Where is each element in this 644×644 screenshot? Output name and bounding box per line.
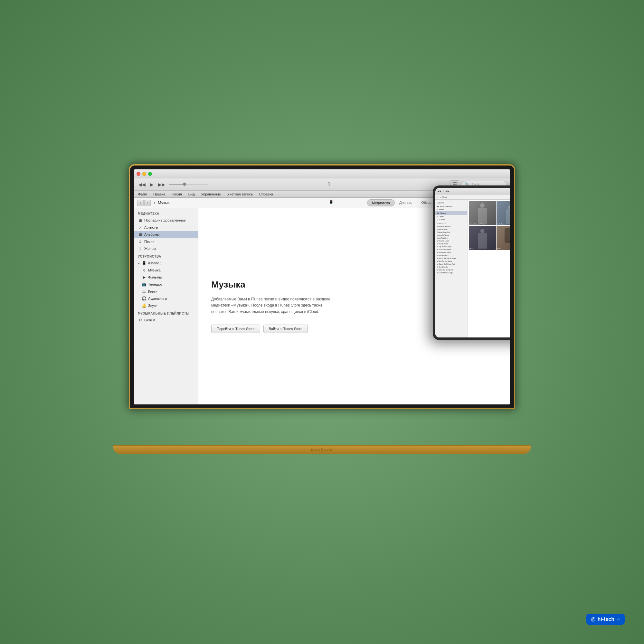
sidebar: Медиатека ▦ Последние добавленные ♪ Арти… — [134, 208, 198, 404]
sidebar-item-iphone-music[interactable]: ♫ Музыка — [134, 267, 198, 274]
ipad-coldplay[interactable]: Coldplay: Deep Cuts — [435, 231, 467, 234]
sidebar-item-recent[interactable]: ▦ Последние добавленные — [134, 217, 198, 224]
ipad-top25[interactable]: ⊕ Top 25 Most Played — [435, 245, 467, 248]
ipad-recently-added[interactable]: ▦Recently Added — [435, 204, 467, 208]
ipad-album-title-1: Always Strive and Prosper — [469, 223, 486, 225]
ipad-apple-music-playlists[interactable]: Apple Music Playlists — [435, 225, 467, 228]
sidebar-item-albums[interactable]: ▦ Альбомы — [134, 231, 198, 238]
content-description: Добавляемые Вами в iTunes песни и видео … — [211, 296, 334, 315]
ipad-ff-button[interactable]: ▶▶ — [446, 190, 450, 193]
ipad-album-title-2: In Our Nature — [497, 223, 506, 225]
goto-itunes-store-button[interactable]: Перейти в iTunes Store — [211, 325, 260, 333]
sidebar-iphone-tones-label: Звуки — [148, 304, 157, 308]
nav-back-button[interactable]: ‹ — [137, 200, 144, 206]
minimize-button[interactable] — [142, 172, 146, 176]
sidebar-recent-label: Последние добавленные — [144, 218, 186, 222]
ipad-classic-rock[interactable]: ⊕ Classic Rock Dinner Party — [435, 263, 467, 266]
menu-file[interactable]: Файл — [137, 192, 148, 196]
ipad-albums[interactable]: ▦Albums — [435, 211, 467, 215]
ipad-workout[interactable]: ⊕ Best Workout Songs — [435, 260, 467, 263]
ipad-albums-grid: Always Strive and Prosper — [468, 200, 510, 251]
ipad-inspired[interactable]: Inspired by Weezer — [435, 234, 467, 237]
sidebar-section-devices: Устройства — [134, 252, 198, 260]
ipad-glam-rock[interactable]: ⊕ 90s Glam Rock — [435, 254, 467, 257]
ipad-nav: ⊕ ♪ Music — [435, 194, 510, 200]
menu-control[interactable]: Управление — [200, 192, 222, 196]
tab-foryou[interactable]: Для вас — [395, 199, 417, 206]
sidebar-albums-label: Альбомы — [144, 232, 159, 236]
genius-icon: ⚙ — [138, 318, 142, 322]
ipad-songs[interactable]: ♫Songs — [435, 215, 467, 218]
genre-icon: ||| — [138, 246, 142, 251]
ipad-album-title-4: Ofege — [469, 248, 473, 250]
ipad-album-card-4[interactable]: Ofege — [469, 226, 496, 250]
menu-view[interactable]: Вид — [187, 192, 196, 196]
ipad-album-card-2[interactable]: In Our Nature — [497, 201, 510, 225]
login-itunes-store-button[interactable]: Войти в iTunes Store — [263, 325, 308, 333]
tab-medialibrary[interactable]: Медиатека — [367, 199, 395, 206]
hitech-social-icon: vk — [617, 618, 620, 621]
ipad-movie-songs[interactable]: ⊕ Favorite Movie Songs — [435, 271, 467, 274]
sidebar-item-iphone[interactable]: ▶ 📱 iPhone 1 — [134, 260, 198, 267]
iphone-icon: 📱 — [142, 261, 146, 265]
rewind-button[interactable]: ◀◀ — [137, 181, 147, 188]
ipad-songs-icon: ♫ — [437, 215, 439, 217]
nav-forward-button[interactable]: › — [144, 200, 151, 206]
ipad-new-artist[interactable]: New Artist: Indie — [435, 228, 467, 231]
sidebar-item-songs[interactable]: ♫ Песни — [134, 238, 198, 245]
ipad-rolling-stones[interactable]: ⊕ Best of The Rolling Stones — [435, 257, 467, 260]
hitech-badge[interactable]: @ hi-tech vk — [586, 614, 625, 625]
ipad-rnb[interactable]: ⊕ 2000s R&B Singers — [435, 248, 467, 251]
ipad-rewind-button[interactable]: ◀◀ — [437, 190, 441, 193]
menu-edit[interactable]: Правка — [152, 192, 166, 196]
ipad-album-title-5: Dr No — [497, 248, 501, 250]
ipad-screen: ◀◀ ⏸ ▶▶  🔍 Music — [435, 188, 510, 337]
ipad-recently-added2[interactable]: ⊕ Recently Added — [435, 240, 467, 242]
play-button[interactable]: ▶ — [149, 181, 155, 188]
sidebar-genres-label: Жанры — [144, 247, 156, 251]
ipad-nav-location: Music — [442, 196, 510, 198]
ipad-music-playlists[interactable]: Music Playlists ▼ — [435, 237, 467, 240]
macbook-brand-label: MacBook — [311, 448, 333, 452]
sidebar-item-iphone-movies[interactable]: ▶ Фильмы — [134, 274, 198, 281]
close-button[interactable] — [137, 172, 140, 176]
sidebar-item-iphone-audiobooks[interactable]: 🎧 Аудиокниги — [134, 295, 198, 302]
nav-device-button[interactable]: 📱 — [329, 200, 336, 206]
sidebar-section-playlists: Музыкальные плейлисты — [134, 309, 198, 317]
sidebar-iphone-label: iPhone 1 — [148, 261, 162, 265]
content-title: Музыка — [211, 279, 245, 290]
sidebar-item-artists[interactable]: ♪ Артисты — [134, 224, 198, 231]
tone-icon: 🔔 — [142, 303, 146, 308]
ipad-play-button[interactable]: ⏸ — [442, 190, 445, 193]
ipad-rainy[interactable]: ⊕ Rainy Day Soundtrack — [435, 269, 467, 271]
grid-icon: ▦ — [138, 218, 142, 223]
ipad-album-card-1[interactable]: Always Strive and Prosper — [469, 201, 496, 225]
menu-song[interactable]: Песня — [171, 192, 183, 196]
menu-help[interactable]: Справка — [258, 192, 274, 196]
sidebar-genius-label: Genius — [144, 318, 156, 322]
sidebar-item-genius[interactable]: ⚙ Genius — [134, 317, 198, 324]
fastforward-button[interactable]: ▶▶ — [157, 181, 166, 188]
sidebar-item-genres[interactable]: ||| Жанры — [134, 245, 198, 252]
ipad-my-top[interactable]: ⊕ My Top Rated — [435, 242, 467, 245]
ipad-genres-icon: ||| — [437, 219, 439, 221]
sidebar-item-iphone-books[interactable]: 📖 Книги — [134, 288, 198, 295]
progress-bar[interactable] — [169, 184, 208, 185]
ipad-political[interactable]: ⊕ 60s Political Songs — [435, 251, 467, 254]
ipad-nav-arrow: ⊕ — [437, 196, 439, 198]
ipad-genres[interactable]: |||Genres — [435, 218, 467, 221]
ipad-artists[interactable]: ♪Artists — [435, 208, 467, 211]
apple-logo:  — [210, 181, 448, 188]
ipad-gym[interactable]: ⊕ Gym Work Out — [435, 266, 467, 269]
macbook-wrapper: ◀◀ ▶ ▶▶  ☰ 🔍 — [97, 164, 547, 454]
screen-bezel: ◀◀ ▶ ▶▶  ☰ 🔍 — [130, 166, 514, 408]
ipad-nav-icon: ♪ — [440, 196, 441, 198]
sidebar-item-iphone-tones[interactable]: 🔔 Звуки — [134, 302, 198, 309]
ipad-album-card-5[interactable]: 🎵 Dr No — [497, 226, 510, 250]
maximize-button[interactable] — [148, 172, 152, 176]
progress-bar-fill — [169, 184, 185, 185]
ipad-transport: ◀◀ ⏸ ▶▶ — [437, 190, 450, 193]
ipad-recent-icon: ▦ — [437, 205, 439, 207]
sidebar-item-iphone-tv[interactable]: 📺 Телешоу — [134, 281, 198, 288]
menu-account[interactable]: Учетная запись — [226, 192, 254, 196]
